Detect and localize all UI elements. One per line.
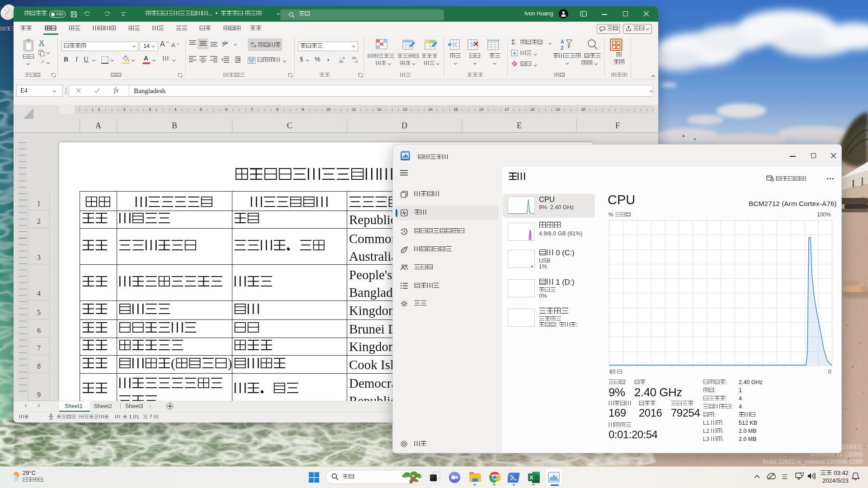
svg-text:A: A [561, 39, 564, 44]
svg-text:.00: .00 [338, 60, 344, 63]
svg-text:ab: ab [222, 41, 226, 45]
svg-text:→0: →0 [352, 60, 358, 63]
svg-text:Z: Z [561, 46, 564, 51]
svg-text:←0: ←0 [339, 56, 345, 60]
svg-text:ab: ab [250, 42, 254, 45]
svg-text:.00: .00 [351, 56, 357, 60]
